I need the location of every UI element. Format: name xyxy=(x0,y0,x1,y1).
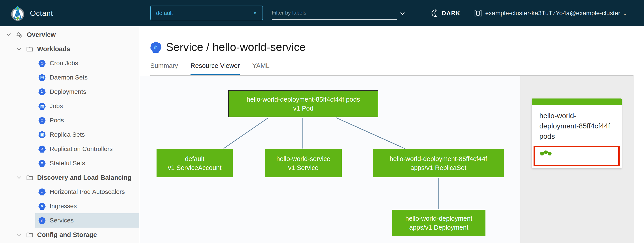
folder-icon xyxy=(26,174,34,181)
sidebar-item-horizontal-pod-autoscalers[interactable]: ↔ Horizontal Pod Autoscalers xyxy=(35,185,139,199)
pod-status-dot xyxy=(548,152,552,155)
tab-bar: Summary Resource Viewer YAML xyxy=(150,62,282,74)
folder-icon xyxy=(26,231,34,239)
sidebar-nav: Overview Workloads ⊙ Cron Jobs ▤ Daemon … xyxy=(0,26,139,243)
page-title: Service / hello-world-service xyxy=(166,41,306,54)
label-filter xyxy=(272,6,406,20)
sidebar-item-daemon-sets[interactable]: ▤ Daemon Sets xyxy=(35,70,139,85)
sidebar-item-deployments[interactable]: ↻ Deployments xyxy=(35,85,139,99)
graph-node-service[interactable]: hello-world-service v1 Service xyxy=(265,149,342,177)
k8s-replicationcontroller-icon: ↺ xyxy=(38,145,46,153)
octant-logo xyxy=(10,5,25,21)
cluster-icon xyxy=(474,9,482,17)
sidebar-item-discovery-and-load-balancing[interactable]: Discovery and Load Balancing xyxy=(0,170,139,185)
graph-node-replicaset[interactable]: hello-world-deployment-85ff4cf44f apps/v… xyxy=(373,149,504,177)
brand-title: Octant xyxy=(30,0,53,26)
theme-toggle-label: DARK xyxy=(442,10,460,17)
sidebar-item-ingresses[interactable]: × Ingresses xyxy=(35,199,139,213)
k8s-pod-icon: □ xyxy=(38,117,46,124)
tab-yaml[interactable]: YAML xyxy=(252,62,270,74)
chevron-down-icon xyxy=(16,231,22,238)
sidebar-item-workloads[interactable]: Workloads xyxy=(0,42,139,56)
k8s-deployment-icon: ↻ xyxy=(38,88,46,95)
sidebar-item-replica-sets[interactable]: ▣ Replica Sets xyxy=(35,128,139,142)
sidebar-item-stateful-sets[interactable]: ≡ Stateful Sets xyxy=(35,156,139,170)
tab-resource-viewer[interactable]: Resource Viewer xyxy=(190,62,240,74)
k8s-statefulset-icon: ≡ xyxy=(38,160,46,167)
namespace-value: default xyxy=(156,10,173,16)
page-header: ⋔ Service / hello-world-service xyxy=(150,41,306,54)
cluster-context-label: example-cluster-ka3TuTzYo4a@example-clus… xyxy=(485,9,620,17)
selected-node-title: hello-world-deployment-85ff4cf44f pods xyxy=(539,111,614,141)
sidebar-item-overview[interactable]: Overview xyxy=(0,27,139,42)
chevron-down-icon xyxy=(16,45,22,52)
graph-node-serviceaccount[interactable]: default v1 ServiceAccount xyxy=(156,149,233,177)
chevron-down-icon xyxy=(5,31,12,38)
filter-by-labels-input[interactable] xyxy=(272,6,397,20)
k8s-service-icon: ⋔ xyxy=(150,41,162,53)
sidebar-item-pods[interactable]: □ Pods xyxy=(35,113,139,128)
graph-node-deployment[interactable]: hello-world-deployment apps/v1 Deploymen… xyxy=(392,210,486,236)
dropdown-caret-icon: ▼ xyxy=(253,10,257,16)
sidebar-item-cron-jobs[interactable]: ⊙ Cron Jobs xyxy=(35,56,139,70)
app-header: Octant default ▼ DARK example-cluster-ka… xyxy=(0,0,644,26)
k8s-hpa-icon: ↔ xyxy=(38,188,46,196)
moon-icon xyxy=(432,9,439,17)
sidebar-item-services[interactable]: ⋔ Services xyxy=(35,213,139,228)
octant-app: Octant default ▼ DARK example-cluster-ka… xyxy=(0,0,644,243)
k8s-service-icon: ⋔ xyxy=(38,217,46,224)
namespace-dropdown[interactable]: default ▼ xyxy=(150,5,263,20)
cluster-context-switcher[interactable]: example-cluster-ka3TuTzYo4a@example-clus… xyxy=(474,0,626,26)
k8s-daemonset-icon: ▤ xyxy=(38,74,46,81)
chevron-down-icon: ⌄ xyxy=(623,11,627,16)
selected-node-card: hello-world-deployment-85ff4cf44f pods xyxy=(532,98,622,168)
k8s-cronjob-icon: ⊙ xyxy=(38,60,46,67)
pod-status-dot xyxy=(544,150,548,154)
k8s-replicaset-icon: ▣ xyxy=(38,131,46,138)
sidebar-item-replication-controllers[interactable]: ↺ Replication Controllers xyxy=(35,142,139,156)
objects-icon xyxy=(16,31,23,38)
sidebar-item-jobs[interactable]: ▦ Jobs xyxy=(35,99,139,113)
graph-node-pod[interactable]: hello-world-deployment-85ff4cf44f pods v… xyxy=(228,90,378,117)
chevron-down-icon[interactable] xyxy=(399,10,406,17)
resource-viewer-graph: hello-world-deployment-85ff4cf44f pods v… xyxy=(140,76,520,243)
k8s-job-icon: ▦ xyxy=(38,102,46,110)
status-bar-ok xyxy=(532,98,622,105)
node-detail-panel: hello-world-deployment-85ff4cf44f pods xyxy=(520,76,634,243)
theme-toggle-button[interactable]: DARK xyxy=(432,0,460,26)
k8s-ingress-icon: × xyxy=(38,203,46,210)
pod-status-alert-box[interactable] xyxy=(534,146,620,166)
chevron-down-icon xyxy=(16,174,22,181)
sidebar-item-config-and-storage[interactable]: Config and Storage xyxy=(0,228,139,242)
folder-icon xyxy=(26,45,34,53)
tab-summary[interactable]: Summary xyxy=(150,62,178,74)
pod-status-dot xyxy=(540,152,544,155)
